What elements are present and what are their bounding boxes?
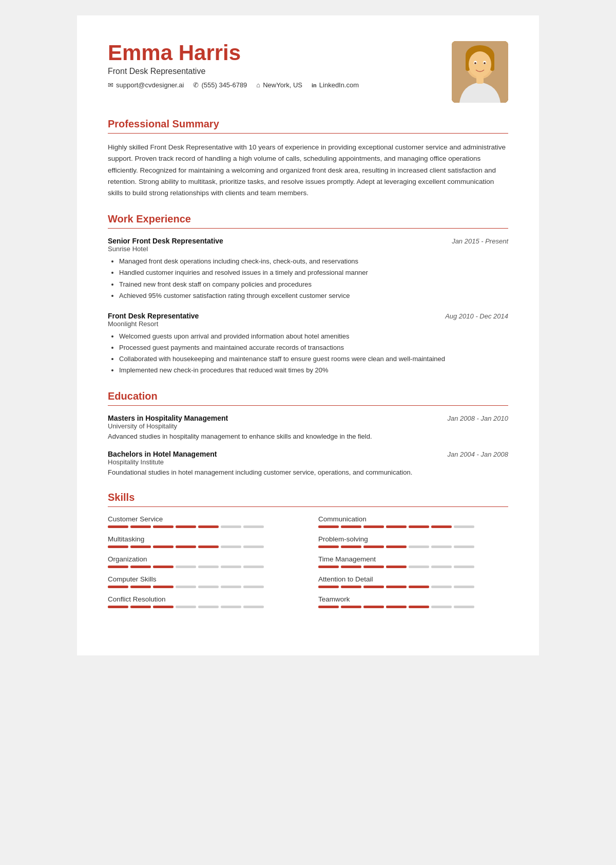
- skill-segment: [431, 606, 452, 608]
- skill-segment: [130, 525, 151, 528]
- skill-segment: [108, 546, 128, 548]
- edu-date: Jan 2004 - Jan 2008: [447, 450, 508, 458]
- edu-degree: Masters in Hospitality Management: [108, 414, 228, 422]
- experience-heading: Work Experience: [108, 213, 508, 225]
- skills-heading: Skills: [108, 492, 508, 503]
- skill-bar: [318, 546, 508, 548]
- skill-name: Computer Skills: [108, 575, 298, 583]
- header-left: Emma Harris Front Desk Representative su…: [108, 41, 441, 89]
- job-entry: Senior Front Desk Representative Jan 201…: [108, 237, 508, 301]
- edu-date: Jan 2008 - Jan 2010: [447, 415, 508, 422]
- bullet-item: Collaborated with housekeeping and maint…: [119, 353, 508, 365]
- location-contact: NewYork, US: [256, 81, 302, 89]
- bullet-item: Achieved 95% customer satisfaction ratin…: [119, 290, 508, 302]
- skill-segment: [130, 566, 151, 568]
- skill-segment: [431, 566, 452, 568]
- edu-desc: Advanced studies in hospitality manageme…: [108, 431, 508, 442]
- job-entry: Front Desk Representative Aug 2010 - Dec…: [108, 312, 508, 376]
- skill-item: Communication: [318, 515, 508, 528]
- job-company: Sunrise Hotel: [108, 245, 508, 253]
- skill-segment: [198, 586, 219, 588]
- skill-segment: [176, 566, 196, 568]
- skill-segment: [386, 566, 407, 568]
- job-date: Aug 2010 - Dec 2014: [445, 312, 508, 320]
- skill-segment: [153, 606, 174, 608]
- experience-divider: [108, 228, 508, 229]
- job-date: Jan 2015 - Present: [452, 237, 508, 245]
- skill-segment: [221, 546, 241, 548]
- skill-segment: [386, 606, 407, 608]
- education-heading: Education: [108, 390, 508, 402]
- skills-section: Skills Customer Service Communication Mu…: [108, 492, 508, 615]
- skill-name: Teamwork: [318, 595, 508, 603]
- skill-segment: [341, 606, 361, 608]
- skill-segment: [130, 546, 151, 548]
- skill-segment: [153, 586, 174, 588]
- skill-segment: [454, 566, 474, 568]
- skill-segment: [198, 606, 219, 608]
- svg-point-9: [484, 62, 486, 64]
- skill-segment: [386, 586, 407, 588]
- skill-segment: [153, 546, 174, 548]
- skill-segment: [176, 525, 196, 528]
- bullet-item: Implemented new check-in procedures that…: [119, 365, 508, 376]
- jobs-container: Senior Front Desk Representative Jan 201…: [108, 237, 508, 376]
- skill-segment: [198, 546, 219, 548]
- job-header: Senior Front Desk Representative Jan 201…: [108, 237, 508, 245]
- skill-segment: [341, 566, 361, 568]
- skill-segment: [363, 525, 384, 528]
- email-contact: support@cvdesigner.ai: [108, 81, 184, 89]
- resume-container: Emma Harris Front Desk Representative su…: [77, 15, 539, 655]
- skill-segment: [431, 525, 452, 528]
- bullet-item: Handled customer inquiries and resolved …: [119, 267, 508, 278]
- candidate-name: Emma Harris: [108, 41, 441, 65]
- linkedin-value: LinkedIn.com: [319, 81, 359, 89]
- edu-entry: Bachelors in Hotel Management Jan 2004 -…: [108, 450, 508, 478]
- skill-item: Time Management: [318, 555, 508, 568]
- skill-segment: [153, 566, 174, 568]
- skill-bar: [318, 525, 508, 528]
- job-bullets: Managed front desk operations including …: [108, 256, 508, 301]
- svg-point-8: [474, 62, 476, 64]
- summary-section: Professional Summary Highly skilled Fron…: [108, 118, 508, 199]
- candidate-title: Front Desk Representative: [108, 67, 441, 76]
- contact-info: support@cvdesigner.ai (555) 345-6789 New…: [108, 81, 441, 89]
- skill-segment: [176, 586, 196, 588]
- skill-item: Computer Skills: [108, 575, 298, 588]
- skill-segment: [454, 606, 474, 608]
- skill-name: Customer Service: [108, 515, 298, 523]
- skill-segment: [318, 586, 339, 588]
- skill-item: Conflict Resolution: [108, 595, 298, 608]
- skill-segment: [221, 525, 241, 528]
- skill-segment: [108, 566, 128, 568]
- skill-segment: [386, 525, 407, 528]
- skill-segment: [221, 586, 241, 588]
- skill-bar: [318, 606, 508, 608]
- skill-item: Multitasking: [108, 535, 298, 548]
- education-section: Education Masters in Hospitality Managem…: [108, 390, 508, 477]
- location-value: NewYork, US: [263, 81, 302, 89]
- skill-segment: [431, 586, 452, 588]
- skill-item: Attention to Detail: [318, 575, 508, 588]
- skill-bar: [108, 586, 298, 588]
- skill-segment: [341, 546, 361, 548]
- edu-entry: Masters in Hospitality Management Jan 20…: [108, 414, 508, 442]
- skill-item: Organization: [108, 555, 298, 568]
- skill-segment: [221, 606, 241, 608]
- skill-bar: [108, 546, 298, 548]
- skill-item: Teamwork: [318, 595, 508, 608]
- summary-divider: [108, 133, 508, 134]
- edu-degree: Bachelors in Hotel Management: [108, 450, 217, 458]
- bullet-item: Welcomed guests upon arrival and provide…: [119, 331, 508, 342]
- skill-segment: [221, 566, 241, 568]
- skill-segment: [130, 586, 151, 588]
- skill-bar: [108, 606, 298, 608]
- skill-segment: [243, 525, 264, 528]
- skill-segment: [409, 606, 429, 608]
- location-icon: [256, 81, 260, 89]
- email-icon: [108, 81, 113, 89]
- edu-institution: University of Hospitality: [108, 422, 508, 430]
- skill-segment: [243, 586, 264, 588]
- skill-bar: [318, 566, 508, 568]
- skill-name: Multitasking: [108, 535, 298, 543]
